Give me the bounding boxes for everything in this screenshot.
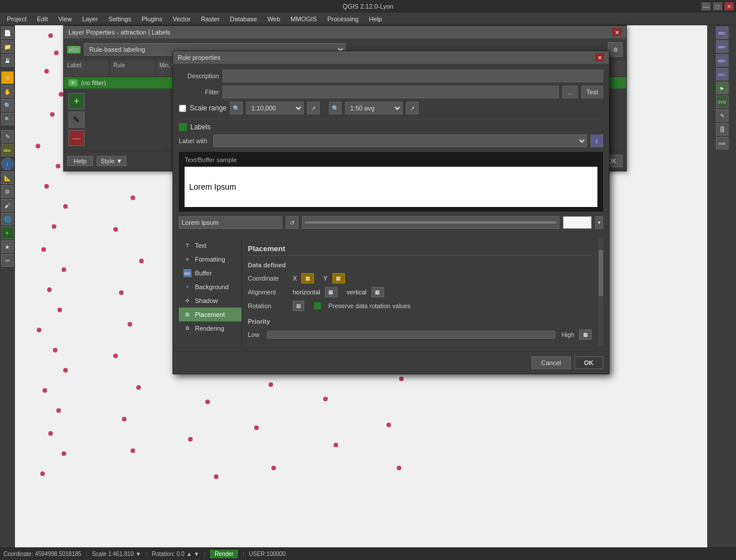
coord-x-field-btn[interactable]: ▦ <box>301 273 314 283</box>
scale-range-checkbox[interactable] <box>179 105 186 112</box>
priority-slider[interactable] <box>267 331 555 339</box>
tool-measure[interactable]: 📐 <box>1 171 14 184</box>
preserve-rotation-checkbox[interactable] <box>313 302 321 310</box>
menu-raster[interactable]: Raster <box>196 14 224 24</box>
tool-zoom-out[interactable]: 🔍 <box>1 113 14 125</box>
help-btn[interactable]: Help <box>67 156 93 166</box>
tab-text[interactable]: T Text <box>179 239 241 252</box>
scale-dropdown-icon[interactable]: ▼ <box>135 551 141 557</box>
col-label: Label <box>64 60 110 76</box>
tool-pan[interactable]: ✋ <box>1 85 14 98</box>
resize-handle[interactable]: · · · · · <box>179 231 603 239</box>
rotation-field-btn[interactable]: ▦ <box>293 301 304 311</box>
tab-background[interactable]: ♥ Background <box>179 280 241 294</box>
right-tool-svg[interactable]: SVG <box>716 95 729 108</box>
tool-save[interactable]: 💾 <box>1 54 14 67</box>
tab-rendering[interactable]: ⚙ Rendering <box>179 321 241 335</box>
tool-paint[interactable]: 🖌 <box>1 199 14 212</box>
menu-processing[interactable]: Processing <box>323 14 363 24</box>
color-dropdown-btn[interactable]: ▼ <box>595 216 603 229</box>
min-scale-field-btn[interactable]: ↗ <box>307 102 320 114</box>
priority-field-btn[interactable]: ▦ <box>579 329 592 340</box>
alignment-vertical-label: vertical <box>347 289 367 296</box>
right-tool-3[interactable]: abc <box>716 54 729 67</box>
remove-rule-btn[interactable]: — <box>68 130 85 146</box>
rule-body: Description Filter ... Test Scale range … <box>173 64 609 351</box>
zoom-in-scale-btn[interactable]: 🔍 <box>230 102 243 114</box>
tab-buffer[interactable]: abc Buffer <box>179 266 241 280</box>
content-scrollbar[interactable] <box>597 239 603 346</box>
render-btn[interactable]: Render <box>210 550 238 558</box>
cancel-btn[interactable]: Cancel <box>531 356 570 369</box>
menu-mmogis[interactable]: MMOGIS <box>286 14 321 24</box>
right-tool-4[interactable]: abc <box>716 68 729 80</box>
right-tool-abc[interactable]: abc <box>716 26 729 39</box>
menu-web[interactable]: Web <box>263 14 285 24</box>
menu-help[interactable]: Help <box>365 14 387 24</box>
color-swatch[interactable] <box>563 216 592 229</box>
tool-scissors[interactable]: ✂ <box>1 254 14 267</box>
tool-star[interactable]: ★ <box>1 240 14 253</box>
zoom-out-scale-btn[interactable]: 🔍 <box>329 102 342 114</box>
menu-plugins[interactable]: Plugins <box>137 14 167 24</box>
tool-info[interactable]: i <box>1 158 14 170</box>
right-tool-edit[interactable]: ✎ <box>716 109 729 122</box>
menu-project[interactable]: Project <box>2 14 31 24</box>
test-btn[interactable]: Test <box>581 86 603 98</box>
tool-globe[interactable]: 🌐 <box>1 213 14 225</box>
visibility-icon[interactable]: 👁 <box>68 79 78 86</box>
menu-view[interactable]: View <box>53 14 76 24</box>
max-scale-select[interactable]: 1:50 avg <box>345 102 402 114</box>
rotation-spin-down[interactable]: ▼ <box>194 551 200 557</box>
menu-settings[interactable]: Settings <box>103 14 136 24</box>
tool-new[interactable]: 📄 <box>1 26 14 39</box>
map-dot <box>44 69 49 74</box>
coord-y-label: Y <box>323 275 327 282</box>
coord-y-field-btn[interactable]: ▦ <box>332 273 345 283</box>
ok-btn[interactable]: OK <box>574 356 604 369</box>
tab-formatting[interactable]: ≡ Formatting <box>179 252 241 266</box>
max-scale-field-btn[interactable]: ↗ <box>406 102 419 114</box>
tool-edit[interactable]: ✎ <box>1 130 14 143</box>
align-horizontal-btn[interactable]: ▦ <box>325 287 338 297</box>
style-btn[interactable]: Style ▼ <box>97 156 126 166</box>
rule-dialog-close-btn[interactable]: ✕ <box>595 53 604 62</box>
menu-layer[interactable]: Layer <box>78 14 103 24</box>
tool-zoom-in[interactable]: 🔍 <box>1 99 14 112</box>
labels-header: Labels <box>179 123 603 131</box>
menu-vector[interactable]: Vector <box>168 14 195 24</box>
min-scale-select[interactable]: 1:10,000 <box>246 102 304 114</box>
tool-label[interactable]: abc <box>1 144 14 156</box>
right-tool-5[interactable]: ▶ <box>716 82 729 94</box>
tool-pointer[interactable]: ✕ <box>1 71 14 84</box>
label-with-select[interactable] <box>213 135 587 147</box>
map-dot <box>128 322 132 327</box>
menu-edit[interactable]: Edit <box>32 14 52 24</box>
minimize-btn[interactable]: — <box>702 2 711 10</box>
map-dot <box>50 112 55 117</box>
right-tool-2[interactable]: abc <box>716 40 729 53</box>
tab-placement[interactable]: ⊞ Placement <box>179 308 241 321</box>
filter-dots-btn[interactable]: ... <box>562 86 578 98</box>
tool-open[interactable]: 📁 <box>1 40 14 53</box>
tab-shadow[interactable]: ❖ Shadow <box>179 294 241 308</box>
label-expression-btn[interactable]: ε <box>591 135 603 147</box>
edit-rule-btn[interactable]: ✎ <box>68 112 85 128</box>
description-input[interactable] <box>223 70 603 82</box>
tool-plus[interactable]: + <box>1 227 14 239</box>
right-tool-db[interactable]: 🗄 <box>716 123 729 136</box>
filter-input[interactable] <box>223 86 559 98</box>
menu-database[interactable]: Database <box>225 14 262 24</box>
add-rule-btn[interactable]: + <box>68 93 85 109</box>
layer-props-settings-btn[interactable]: ⚙ <box>608 42 623 57</box>
layer-props-close-btn[interactable]: ✕ <box>612 28 622 36</box>
scrollbar-thumb[interactable] <box>599 250 603 296</box>
rotation-spin-up[interactable]: ▲ <box>186 551 192 557</box>
right-tool-csw[interactable]: csw <box>716 137 729 149</box>
align-vertical-btn[interactable]: ▦ <box>371 287 384 297</box>
tool-settings[interactable]: ⚙ <box>1 185 14 198</box>
refresh-btn[interactable]: ↺ <box>286 216 298 229</box>
sample-text-input[interactable] <box>179 216 282 229</box>
close-app-btn[interactable]: ✕ <box>724 2 734 10</box>
maximize-btn[interactable]: □ <box>713 2 722 10</box>
